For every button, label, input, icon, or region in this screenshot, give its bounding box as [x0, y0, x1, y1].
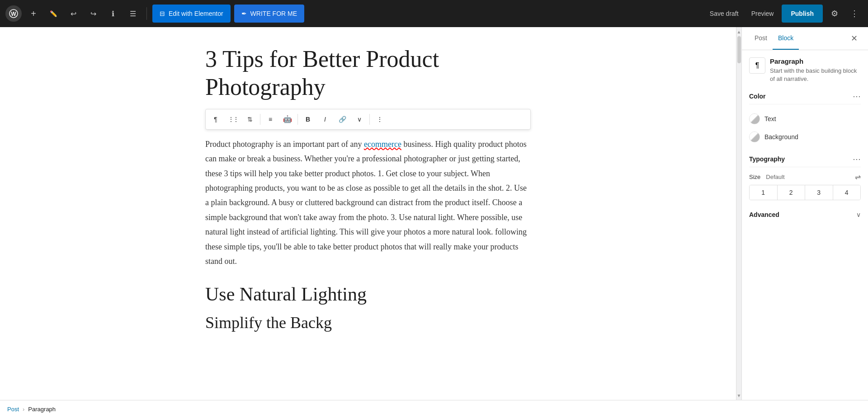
color-section-header: Color ⋯ [749, 92, 861, 104]
editor-scroll-track[interactable]: ▲ ▼ [736, 27, 741, 400]
pencil-icon: ✏️ [50, 10, 57, 17]
paragraph-block-icon: ¶ [755, 61, 760, 70]
write-icon: ✒ [241, 10, 247, 17]
size-2-label: 2 [789, 189, 793, 196]
typography-section-header: Typography ⋯ [749, 155, 861, 167]
background-color-label: Background [764, 133, 798, 141]
paragraph-icon: ¶ [214, 116, 217, 123]
advanced-section: Advanced ∨ [749, 209, 861, 220]
svg-text:W: W [11, 11, 16, 17]
background-color-swatch[interactable] [749, 132, 760, 142]
typography-menu-button[interactable]: ⋯ [853, 155, 861, 163]
size-3-label: 3 [817, 189, 821, 196]
drag-handle-button[interactable]: ⋮⋮ [225, 111, 241, 127]
publish-button[interactable]: Publish [782, 5, 823, 23]
breadcrumb-post-link[interactable]: Post [7, 406, 19, 413]
preview-label: Preview [751, 10, 774, 17]
size-button-2[interactable]: 2 [778, 185, 806, 200]
undo-button[interactable]: ↩ [65, 5, 81, 22]
gear-icon: ⚙ [831, 9, 838, 19]
sidebar-close-button[interactable]: ✕ [847, 32, 861, 45]
breadcrumb-current: Paragraph [28, 406, 56, 413]
edit-elementor-label: Edit with Elementor [169, 10, 223, 17]
vertical-dots-icon: ⋮ [850, 9, 859, 19]
scroll-up-arrow[interactable]: ▲ [736, 29, 742, 34]
settings-button[interactable]: ⚙ [826, 5, 843, 22]
ellipsis-icon: ⋯ [853, 92, 861, 101]
info-button[interactable]: ℹ [105, 5, 121, 22]
advanced-toggle[interactable]: Advanced ∨ [749, 209, 861, 220]
undo-icon: ↩ [71, 9, 76, 18]
text-color-label: Text [764, 115, 776, 122]
more-rich-text-button[interactable]: ∨ [351, 111, 368, 127]
editor-area[interactable]: 3 Tips for Better Product Photography ¶ … [0, 27, 736, 400]
block-description: Start with the basic building block of a… [770, 67, 861, 83]
size-button-3[interactable]: 3 [805, 185, 833, 200]
topbar: W + ✏️ ↩ ↪ ℹ ☰ ⊟ Edit with Elementor ✒ W… [0, 0, 868, 27]
scroll-down-arrow[interactable]: ▼ [736, 393, 742, 398]
elementor-icon: ⊟ [160, 10, 165, 17]
ecommerce-link[interactable]: ecommerce [364, 140, 401, 149]
bold-button[interactable]: B [300, 111, 316, 127]
tools-button[interactable]: ✏️ [45, 5, 61, 22]
italic-icon: I [324, 116, 326, 123]
toolbar-divider-2 [297, 114, 298, 125]
text-color-item: Text [749, 110, 861, 128]
link-icon: 🔗 [339, 116, 346, 123]
emoji-button[interactable]: 🤖 [279, 111, 296, 127]
size-1-label: 1 [761, 189, 765, 196]
scroll-thumb[interactable] [737, 36, 741, 63]
advanced-section-title: Advanced [749, 211, 779, 218]
italic-button[interactable]: I [317, 111, 333, 127]
breadcrumb-separator: › [23, 406, 24, 413]
link-button[interactable]: 🔗 [334, 111, 350, 127]
size-button-1[interactable]: 1 [750, 185, 778, 200]
size-buttons: 1 2 3 4 [749, 185, 861, 200]
more-options-button[interactable]: ⋮ [846, 5, 863, 22]
block-options-button[interactable]: ⋮ [372, 111, 388, 127]
topbar-separator-1 [146, 7, 147, 20]
save-draft-button[interactable]: Save draft [705, 7, 743, 20]
arrows-icon: ⇅ [247, 116, 253, 123]
background-color-item: Background [749, 128, 861, 146]
list-view-button[interactable]: ☰ [125, 5, 141, 22]
block-type-icon: ¶ [749, 57, 765, 74]
main-area: 3 Tips for Better Product Photography ¶ … [0, 27, 868, 400]
paragraph-type-button[interactable]: ¶ [208, 111, 224, 127]
edit-with-elementor-button[interactable]: ⊟ Edit with Elementor [152, 5, 231, 23]
preview-button[interactable]: Preview [747, 7, 778, 20]
wp-logo: W [5, 5, 22, 22]
text-color-swatch[interactable] [749, 113, 760, 124]
post-body[interactable]: Product photography is an important part… [205, 137, 531, 269]
editor-content: 3 Tips for Better Product Photography ¶ … [187, 45, 549, 333]
vertical-dots-icon: ⋮ [377, 116, 383, 123]
sidebar-tabs: Post Block ✕ [742, 27, 868, 50]
color-menu-button[interactable]: ⋯ [853, 92, 861, 100]
write-for-me-button[interactable]: ✒ WRITE FOR ME [234, 5, 304, 23]
size-value: Default [766, 174, 784, 180]
size-button-4[interactable]: 4 [833, 185, 861, 200]
block-tab-label: Block [778, 34, 793, 42]
info-icon: ℹ [112, 9, 114, 18]
size-controls-icon[interactable]: ⇌ [855, 173, 861, 181]
heading-simplify-background[interactable]: Simplify the Backg [205, 313, 531, 333]
color-section-title: Color [749, 93, 766, 100]
block-info: ¶ Paragraph Start with the basic buildin… [749, 57, 861, 83]
post-title[interactable]: 3 Tips for Better Product Photography [205, 45, 531, 102]
post-tab-label: Post [755, 34, 767, 42]
add-block-button[interactable]: + [25, 5, 42, 22]
chevron-down-icon: ∨ [856, 211, 861, 218]
plus-icon: + [31, 9, 36, 19]
typography-section: Typography ⋯ Size Default ⇌ 1 2 [749, 155, 861, 200]
size-label: Size [749, 174, 760, 180]
toolbar-divider-1 [260, 114, 260, 125]
move-up-down-button[interactable]: ⇅ [242, 111, 258, 127]
redo-button[interactable]: ↪ [85, 5, 101, 22]
right-sidebar: Post Block ✕ ¶ Paragraph Start with the … [741, 27, 868, 400]
tab-block[interactable]: Block [773, 27, 799, 50]
heading-use-natural-lighting[interactable]: Use Natural Lighting [205, 283, 531, 305]
tab-post[interactable]: Post [749, 27, 773, 50]
alignment-button[interactable]: ≡ [262, 111, 278, 127]
close-icon: ✕ [851, 33, 858, 43]
size-row: Size Default ⇌ [749, 173, 861, 181]
